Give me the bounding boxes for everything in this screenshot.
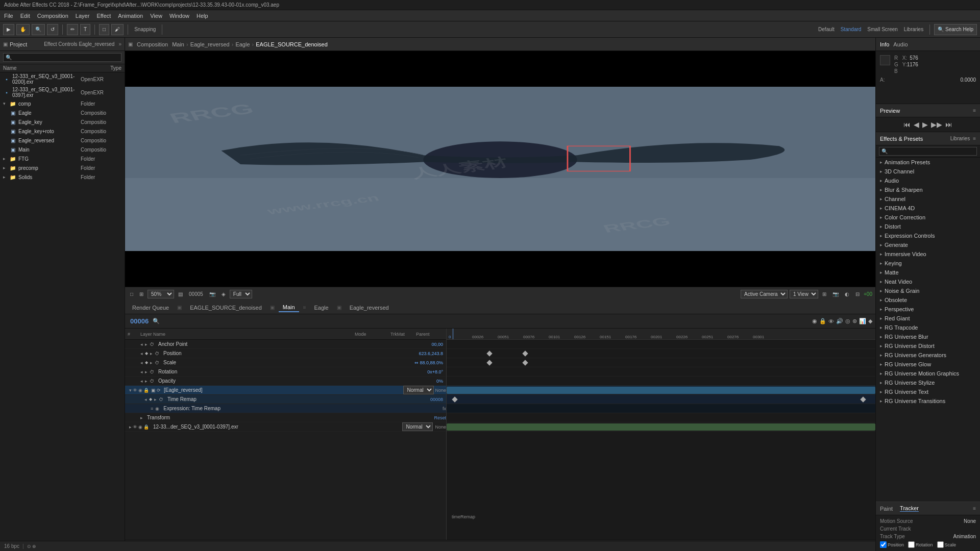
breadcrumb-eagle-reversed[interactable]: Eagle_reversed: [190, 41, 230, 47]
effect-cat-obsolete[interactable]: ▸ Obsolete: [876, 295, 980, 305]
camera-select[interactable]: Active Camera: [741, 290, 788, 298]
list-item[interactable]: ▸ 📁 FTG Folder: [0, 154, 125, 163]
file-layer-mode[interactable]: Normal: [402, 422, 433, 431]
list-item[interactable]: ▪ 12-333_er_SEQ_v3_[0001-0397].exr OpenE…: [0, 86, 125, 99]
effects-options[interactable]: ≡: [973, 136, 976, 141]
menu-edit[interactable]: Edit: [20, 13, 30, 19]
menu-file[interactable]: File: [4, 13, 13, 19]
preview-last-btn[interactable]: ⏭: [945, 120, 952, 129]
preview-options[interactable]: ≡: [973, 108, 976, 113]
layer-row-position[interactable]: ◂ ◆ ▸ ⏱ Position 623.6,243.8: [125, 349, 446, 358]
keyframe-pos-1[interactable]: [486, 350, 492, 356]
time-remap-value[interactable]: 00008: [405, 397, 446, 402]
layer-row-time-remap[interactable]: ◂ ◆ ▸ ⏱ Time Remap 00008: [125, 395, 446, 404]
effect-cat-audio[interactable]: ▸ Audio: [876, 176, 980, 185]
libraries-tab[interactable]: Libraries: [950, 136, 970, 141]
tl-solo-btn[interactable]: ◉: [812, 318, 817, 324]
menu-effect[interactable]: Effect: [96, 13, 111, 19]
layer-vis-toggle[interactable]: 👁: [133, 388, 137, 393]
list-item[interactable]: ▸ 📁 precomp Folder: [0, 163, 125, 172]
comp-track-bar[interactable]: [447, 387, 875, 394]
keyframe-tr-2[interactable]: [860, 396, 866, 402]
list-item[interactable]: ▣ Main Compositio: [0, 145, 125, 154]
effect-cat-cinema4d[interactable]: ▸ CINEMA 4D: [876, 204, 980, 213]
view-options-btn[interactable]: ⊞: [820, 290, 828, 298]
effect-cat-rg-universe-motion[interactable]: ▸ RG Universe Motion Graphics: [876, 369, 980, 378]
layer-row-transform[interactable]: ▸ Transform Reset: [125, 413, 446, 422]
effect-cat-rg-universe-distort[interactable]: ▸ RG Universe Distort: [876, 341, 980, 350]
layer-expand[interactable]: ▾: [129, 388, 132, 393]
preview-prev-btn[interactable]: ◀: [914, 120, 919, 129]
keyframe-nav-right[interactable]: ▸: [145, 369, 148, 374]
effect-cat-distort[interactable]: ▸ Distort: [876, 222, 980, 231]
tl-add-marker-btn[interactable]: ◆: [868, 318, 872, 324]
tool-text[interactable]: T: [80, 24, 90, 35]
view-select[interactable]: 1 View: [790, 290, 818, 298]
keyframe-scale-2[interactable]: [522, 360, 528, 365]
layer-row-rotation[interactable]: ◂ ▸ ⏱ Rotation 0x+8.0°: [125, 367, 446, 377]
keyframe-pos-2[interactable]: [522, 350, 528, 356]
tool-rotate[interactable]: ↺: [47, 24, 58, 35]
tl-graph-btn[interactable]: 📊: [859, 318, 866, 324]
tab-eagle-reversed[interactable]: Eagle_reversed: [346, 304, 393, 312]
expr-btn[interactable]: fx: [443, 406, 446, 411]
tl-view-btn[interactable]: 👁: [828, 318, 834, 324]
stopwatch-icon[interactable]: ⏱: [155, 360, 159, 365]
preview-first-btn[interactable]: ⏮: [903, 120, 911, 129]
menu-composition[interactable]: Composition: [37, 13, 68, 19]
show-channel-btn[interactable]: ◐: [843, 290, 851, 298]
quality-btn[interactable]: ◈: [219, 290, 228, 298]
effect-cat-perspective[interactable]: ▸ Perspective: [876, 305, 980, 314]
preview-next-btn[interactable]: ▶▶: [931, 120, 942, 129]
list-item[interactable]: ▣ Eagle_key+roto Compositio: [0, 127, 125, 136]
keyframe-nav-right[interactable]: ▸: [154, 397, 157, 402]
breadcrumb-eagle[interactable]: Eagle: [235, 41, 250, 47]
effect-cat-animation-presets[interactable]: ▸ Animation Presets: [876, 158, 980, 167]
keyframe-nav-left[interactable]: ◂: [140, 342, 143, 347]
effect-cat-rg-universe-stylize[interactable]: ▸ RG Universe Stylize: [876, 378, 980, 387]
effect-cat-rg-universe-glow[interactable]: ▸ RG Universe Glow: [876, 360, 980, 369]
current-time-display[interactable]: 00006: [128, 317, 151, 325]
list-item[interactable]: ▣ Eagle_key Compositio: [0, 117, 125, 127]
keyframe-scale-1[interactable]: [486, 360, 492, 365]
menu-animation[interactable]: Animation: [118, 13, 143, 19]
tl-motion-blur-btn[interactable]: ◎: [845, 318, 850, 324]
zoom-select[interactable]: 50% 100%: [148, 290, 174, 298]
tab-render-queue[interactable]: Render Queue: [128, 304, 173, 312]
tab-eagle[interactable]: Eagle: [310, 304, 333, 312]
tool-hand[interactable]: ✋: [16, 24, 30, 35]
menu-layer[interactable]: Layer: [76, 13, 90, 19]
stopwatch-icon[interactable]: ⏱: [155, 351, 159, 356]
effect-cat-channel[interactable]: ▸ Channel: [876, 194, 980, 204]
tab-eagle-source[interactable]: EAGLE_SOURCE_denoised: [186, 304, 266, 312]
transparency-btn[interactable]: ⊟: [853, 290, 862, 298]
workspace-small[interactable]: Small Screen: [865, 27, 899, 32]
stopwatch-icon[interactable]: ⏱: [159, 397, 163, 402]
layer-row-scale[interactable]: ◂ ◆ ▸ ⏱ Scale ⇔ 88.0,88.0%: [125, 358, 446, 367]
preview-play-btn[interactable]: ▶: [922, 120, 928, 129]
tool-zoom[interactable]: 🔍: [32, 24, 45, 35]
keyframe-nav-right[interactable]: ▸: [145, 379, 148, 384]
effect-cat-3d-channel[interactable]: ▸ 3D Channel: [876, 167, 980, 176]
layer-solo-2[interactable]: ◉: [138, 424, 142, 430]
list-item[interactable]: ▣ Eagle_reversed Compositio: [0, 136, 125, 145]
workspace-standard[interactable]: Standard: [839, 27, 864, 32]
pt-options[interactable]: ≡: [973, 506, 976, 511]
effect-cat-rg-universe-text[interactable]: ▸ RG Universe Text: [876, 387, 980, 396]
effect-cat-noise-grain[interactable]: ▸ Noise & Grain: [876, 286, 980, 295]
effect-cat-rg-universe-blur[interactable]: ▸ RG Universe Blur: [876, 332, 980, 341]
tab-main[interactable]: Main: [279, 303, 299, 312]
camera-btn[interactable]: 📷: [207, 290, 217, 298]
layer-expand-2[interactable]: ▸: [129, 424, 132, 430]
layer-row-eagle-reversed[interactable]: ▾ 👁 ◉ 🔒 ▣ ⟳ [Eagle_reversed] Normal None: [125, 386, 446, 395]
effect-cat-blur-sharpen[interactable]: ▸ Blur & Sharpen: [876, 185, 980, 194]
prop-opacity-value[interactable]: 0%: [405, 379, 446, 384]
effect-cat-rg-universe-transitions[interactable]: ▸ RG Universe Transitions: [876, 396, 980, 406]
tool-pen[interactable]: ✏: [67, 24, 78, 35]
viewer-safe-btn[interactable]: ⊞: [137, 290, 145, 298]
effect-cat-red-giant[interactable]: ▸ Red Giant: [876, 314, 980, 323]
tool-select[interactable]: ▶: [3, 24, 14, 35]
effect-cat-immersive[interactable]: ▸ Immersive Video: [876, 249, 980, 259]
effect-cat-matte[interactable]: ▸ Matte: [876, 268, 980, 277]
prop-position-value[interactable]: 623.6,243.8: [405, 351, 446, 356]
